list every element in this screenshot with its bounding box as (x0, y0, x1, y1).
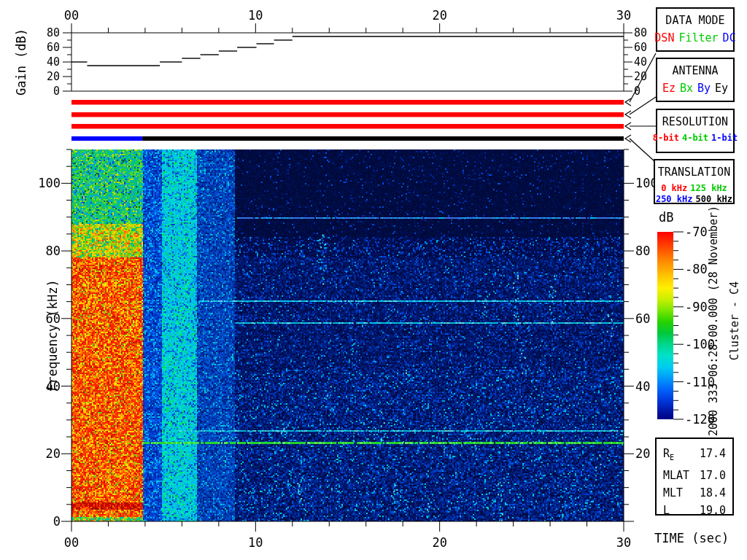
panel-option-4-bit: 4-bit (682, 133, 708, 144)
mlt-label: MLT (663, 484, 683, 502)
panel-option-by: By (697, 82, 711, 96)
panel-option-row: 8-bit4-bit1-bit (657, 133, 733, 144)
freq-left-tick-label: 100 (38, 176, 61, 190)
gain-axis-label: Gain (dB) (14, 28, 28, 96)
ephemeris-row-mlt: MLT 18.4 (663, 484, 726, 502)
freq-right-tick-label: 40 (635, 379, 650, 394)
top-axis-tick-label: 10 (248, 8, 263, 23)
gain-right-tick-label: 0 (634, 85, 640, 98)
time-tick-label: 00 (64, 535, 79, 550)
ephemeris-row-l: L 19.0 (663, 502, 726, 519)
panel-option-ez: Ez (662, 82, 676, 96)
colorbar-gradient (657, 232, 673, 419)
datetime-vertical-label: 2000 333 06:28:00.000 (28 November) (707, 206, 720, 436)
ephemeris-box: RE 17.4 MLAT 17.0 MLT 18.4 L 19.0 (655, 438, 734, 516)
colorbar-units-label: dB (659, 210, 673, 225)
panel-option-row: DSNFilterDC (657, 31, 733, 45)
panel-option-250-khz: 250 kHz (656, 194, 693, 205)
data-mode-bar (71, 100, 624, 105)
translation-options: 0 kHz125 kHz250 kHz500 kHz (655, 183, 733, 205)
connector-arrowhead (625, 98, 631, 106)
panel-option-125-khz: 125 kHz (690, 183, 727, 194)
resolution-title: RESOLUTION (657, 115, 733, 128)
mlat-label: MLAT (663, 467, 689, 484)
l-label: L (663, 502, 670, 519)
spacecraft-vertical-label: Cluster - C4 (728, 281, 741, 360)
ephemeris-row-re: RE 17.4 (663, 445, 726, 467)
ephemeris-row-mlat: MLAT 17.0 (663, 467, 726, 484)
data-mode-panel: DATA MODE DSNFilterDC (656, 7, 735, 52)
panel-option-row: EzBxByEy (657, 82, 733, 96)
re-label: R (663, 447, 670, 460)
panel-option-dsn: DSN (654, 31, 674, 45)
colorbar-tick-label: -90 (685, 300, 708, 314)
freq-left-tick-label: 20 (46, 446, 61, 461)
panel-option-dc: DC (723, 31, 736, 45)
resolution-panel: RESOLUTION 8-bit4-bit1-bit (656, 109, 735, 153)
connector-arrowhead (625, 111, 631, 118)
colorbar-tick-label: -70 (685, 225, 708, 239)
freq-right-tick-label: 80 (635, 244, 650, 258)
time-tick-label: 30 (616, 535, 631, 550)
panel-option-8-bit: 8-bit (653, 133, 679, 144)
re-sub: E (670, 454, 674, 462)
time-axis-label: TIME (sec) (654, 531, 729, 545)
gain-left-tick-label: 20 (47, 70, 60, 83)
panel-option-500-khz: 500 kHz (696, 194, 733, 205)
panel-option-row: 250 kHz500 kHz (655, 194, 733, 205)
freq-right-tick-label: 60 (635, 311, 650, 326)
antenna-bar (71, 112, 624, 117)
data-mode-title: DATA MODE (657, 14, 733, 27)
gain-left-tick-label: 0 (53, 85, 60, 98)
translation-bar (71, 136, 142, 141)
mlat-value: 17.0 (700, 467, 726, 484)
resolution-options: 8-bit4-bit1-bit (657, 133, 733, 144)
translation-panel: TRANSLATION 0 kHz125 kHz250 kHz500 kHz (654, 159, 735, 204)
gain-right-tick-label: 20 (634, 70, 647, 83)
top-axis-tick-label: 00 (64, 8, 79, 23)
panel-option-1-bit: 1-bit (711, 133, 738, 144)
mlt-value: 18.4 (700, 484, 726, 502)
top-axis-tick-label: 30 (616, 8, 631, 23)
l-value: 19.0 (700, 502, 726, 519)
gain-right-tick-label: 60 (634, 41, 647, 54)
connector-line (630, 53, 656, 102)
panel-option-filter: Filter (678, 31, 718, 45)
colorbar-tick-label: -80 (685, 262, 708, 276)
wbd-spectrogram-page: 0010203000202040406060808002020404060608… (0, 0, 747, 560)
freq-left-tick-label: 80 (46, 244, 61, 258)
translation-title: TRANSLATION (655, 166, 733, 179)
freq-left-tick-label: 0 (53, 514, 61, 529)
gain-right-tick-label: 40 (634, 55, 647, 69)
time-tick-label: 10 (248, 535, 263, 550)
connector-arrowhead (625, 122, 631, 130)
freq-right-tick-label: 20 (635, 446, 650, 461)
data-mode-options: DSNFilterDC (657, 31, 733, 45)
antenna-options: EzBxByEy (657, 82, 733, 96)
resolution-bar (71, 124, 624, 129)
panel-option-row: 0 kHz125 kHz (655, 183, 733, 194)
connector-line (630, 139, 654, 161)
translation-bar (142, 136, 624, 141)
connector-line (630, 97, 656, 114)
time-tick-label: 20 (432, 535, 446, 550)
spectrogram-canvas (71, 149, 624, 521)
panel-option-0-khz: 0 kHz (661, 183, 687, 194)
gain-left-tick-label: 80 (47, 26, 60, 39)
frequency-axis-label: Frequency (kHz) (45, 279, 60, 392)
gain-left-tick-label: 60 (47, 41, 60, 54)
re-value: 17.4 (700, 445, 726, 467)
gain-left-tick-label: 40 (47, 55, 60, 69)
panel-option-ey: Ey (715, 82, 728, 96)
panel-option-bx: Bx (680, 82, 693, 96)
top-axis-tick-label: 20 (432, 8, 446, 23)
antenna-panel: ANTENNA EzBxByEy (656, 58, 735, 102)
connector-arrowhead (625, 135, 631, 142)
gain-right-tick-label: 80 (634, 26, 647, 39)
antenna-title: ANTENNA (657, 64, 733, 77)
